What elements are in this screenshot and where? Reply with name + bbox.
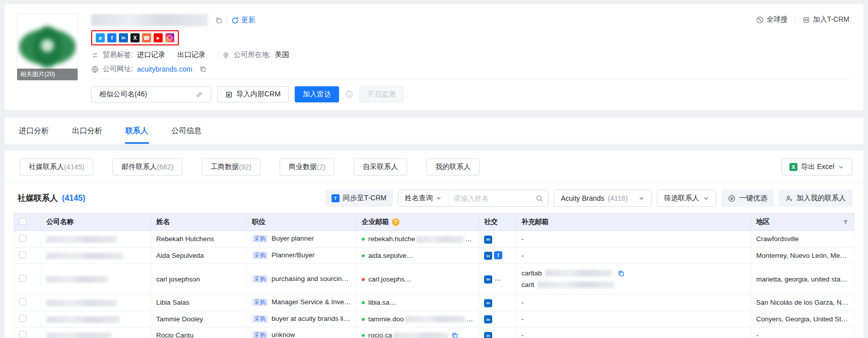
contact-position: 采购purchasing and sourcing ... (247, 264, 357, 295)
contact-email: rocio.ca (357, 327, 479, 338)
social-icons-box: efinX☎▶ (91, 30, 179, 45)
help-icon[interactable]: ? (392, 218, 399, 226)
join-tcrm-button[interactable]: 加入T-CRM (803, 15, 849, 24)
col-extra-email: 补充邮箱 (516, 213, 751, 231)
name-query-dropdown[interactable]: 姓名查询 (398, 190, 448, 206)
info-icon[interactable] (345, 90, 353, 98)
facebook-icon[interactable]: f (504, 275, 512, 283)
linkedin-icon[interactable]: in (484, 252, 492, 260)
name-search-input[interactable] (453, 194, 532, 202)
row-checkbox[interactable] (19, 251, 26, 258)
chip-my-contacts[interactable]: 我的联系人 (426, 158, 480, 176)
social-icons-cell: in (479, 295, 516, 311)
add-my-contacts-button[interactable]: 加入我的联系人 (779, 190, 852, 207)
export-excel-button[interactable]: X 导出 Excel (781, 158, 852, 176)
col-name: 姓名 (151, 213, 247, 231)
company-name-redacted (46, 332, 112, 338)
col-position: 职位 (247, 213, 357, 231)
trade-tag-import[interactable]: 进口记录 (137, 50, 165, 60)
company-filter-select[interactable]: Acuity Brands (4118) (554, 190, 652, 207)
contact-email: tammie.doo (357, 311, 479, 327)
table-row: Aida Sepulveda 采购Planner/Buyer aida.sepu… (14, 247, 854, 264)
copy-email-icon[interactable] (469, 299, 476, 306)
row-checkbox[interactable] (19, 331, 26, 338)
chip-email-contacts[interactable]: 邮件联系人(682) (112, 158, 182, 176)
facebook-icon[interactable]: f (494, 251, 502, 259)
contact-region: marietta, georgia, united states (751, 264, 854, 295)
contact-region: Crawfordsville (751, 231, 854, 248)
sync-tcrm-button[interactable]: T 同步至T-CRM (325, 190, 393, 207)
extra-email-cell: - (516, 311, 751, 327)
row-checkbox[interactable] (19, 315, 26, 322)
contacts-card: 社媒联系人(4145)邮件联系人(682)工商数据(92)商业数据(2)自采联系… (5, 151, 863, 338)
role-tag: 采购 (252, 251, 268, 259)
company-logo[interactable]: 相关图片(20) (17, 13, 78, 81)
extra-email-cell: carltabcarlt (516, 264, 751, 295)
region-filter-icon[interactable] (842, 219, 849, 226)
social-icons-cell: inf (479, 247, 516, 264)
extra-email-cell: - (516, 295, 751, 311)
ie-icon[interactable]: e (96, 33, 105, 42)
row-checkbox[interactable] (19, 275, 26, 282)
start-monitoring-button[interactable]: 开启监测 (359, 86, 404, 102)
extra-email-cell: - (516, 231, 751, 248)
trade-tag-export[interactable]: 出口记录 (177, 50, 206, 60)
chip-commercial-data[interactable]: 商业数据(2) (280, 158, 335, 176)
select-all-checkbox[interactable] (19, 218, 26, 225)
linkedin-icon[interactable]: in (119, 33, 128, 42)
company-header-card: 相关图片(20) 更新 efinX☎▶ 贸易标签: 进口记录 出口记录 公司所在… (5, 4, 863, 110)
tab-import-analysis[interactable]: 进口分析 (19, 118, 49, 144)
linkedin-icon[interactable]: in (484, 332, 492, 338)
name-search-group: 姓名查询 (398, 190, 549, 207)
refresh-button[interactable]: 更新 (231, 16, 255, 25)
redacted-text (538, 281, 614, 288)
tab-contacts[interactable]: 联系人 (125, 118, 148, 144)
x-icon[interactable]: X (130, 33, 140, 42)
divider (795, 16, 795, 24)
chevron-down-icon (436, 195, 442, 201)
role-tag: 采购 (252, 298, 268, 306)
phone-icon[interactable]: ☎ (142, 33, 151, 42)
youtube-icon[interactable]: ▶ (154, 33, 163, 42)
linkedin-icon[interactable]: in (484, 275, 492, 284)
add-to-radar-button[interactable]: 加入雷达 (295, 86, 339, 102)
filter-contacts-dropdown[interactable]: 筛选联系人 (657, 190, 716, 207)
contact-region: Monterrey, Nuevo León, Mexi... (751, 247, 854, 264)
contact-position: 采购Planner/Buyer (247, 247, 357, 264)
table-row: carl josephson 采购purchasing and sourcing… (14, 264, 854, 295)
chip-self-collected[interactable]: 自采联系人 (354, 158, 407, 176)
table-row: Rocio Cantu 采购unknow rocio.ca in - - (14, 327, 854, 338)
chip-social-contacts[interactable]: 社媒联系人(4145) (20, 158, 93, 176)
instagram-icon[interactable] (165, 33, 174, 42)
copy-company-name-icon[interactable] (215, 17, 223, 24)
contact-region: - (751, 327, 854, 338)
copy-icon[interactable] (618, 270, 625, 277)
contact-name: Rocio Cantu (151, 327, 247, 338)
section-title: 社媒联系人 (4145) (18, 193, 85, 204)
role-tag: 采购 (252, 315, 268, 323)
tcrm-icon (803, 16, 810, 24)
facebook-icon[interactable]: f (107, 33, 116, 42)
row-checkbox[interactable] (19, 298, 26, 305)
copy-website-icon[interactable] (199, 66, 207, 73)
contact-email: carl.josephs (357, 264, 479, 295)
copy-email-icon[interactable] (451, 332, 458, 338)
tab-export-analysis[interactable]: 出口分析 (72, 118, 102, 144)
location-pin-icon (222, 51, 230, 59)
similar-companies-button[interactable]: 相似公司名(46) (91, 86, 211, 102)
company-website-link[interactable]: acuitybrands.com (137, 65, 192, 73)
col-social: 社交 (479, 213, 516, 231)
import-internal-crm-button[interactable]: 导入内部CRM (217, 86, 289, 102)
linkedin-icon[interactable]: in (484, 236, 492, 244)
row-checkbox[interactable] (19, 235, 26, 242)
one-click-optimize-button[interactable]: 一键优选 (721, 190, 774, 207)
col-company: 公司名称 (41, 213, 151, 231)
linkedin-icon[interactable]: in (484, 299, 492, 307)
link-icon (195, 91, 203, 98)
linkedin-icon[interactable]: in (484, 315, 492, 323)
company-name-redacted (46, 253, 123, 259)
chip-business-registry[interactable]: 工商数据(92) (202, 158, 260, 176)
tab-company-info[interactable]: 公司信息 (171, 118, 202, 144)
global-search-button[interactable]: 全球搜 (756, 15, 788, 24)
related-images-label[interactable]: 相关图片(20) (17, 69, 78, 80)
